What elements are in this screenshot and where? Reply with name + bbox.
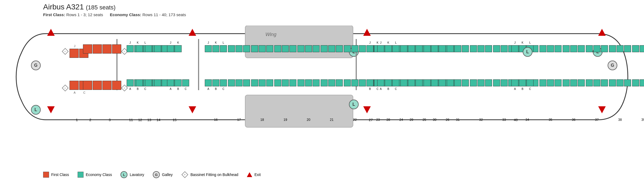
row-11-letters-top: J K L [127, 41, 149, 44]
row-labels-28-39: 28 29 30 31 32 33 34 35 36 37 38 39 [377, 118, 644, 122]
lavatory-top-left: L [31, 105, 41, 115]
legend-exit-label: Exit [254, 173, 261, 177]
economy-class-label: Economy Class: [110, 12, 141, 17]
row-label-13: 13 [146, 118, 153, 122]
plane-outline [13, 26, 633, 128]
economy-section-2-top [377, 45, 644, 52]
legend: First Class Economy Class L Lavatory G G… [43, 171, 261, 178]
legend-first-class: First Class [43, 172, 69, 178]
row-40-bot [511, 79, 534, 86]
seat-2C[interactable] [93, 81, 102, 90]
economy-section-2-bot [377, 79, 644, 86]
seat-3J[interactable] [102, 44, 112, 54]
exit-arrow-top-left-2 [189, 29, 196, 36]
galley-left: G [31, 61, 41, 70]
header: Airbus A321 (185 seats) First Class: Row… [43, 3, 186, 17]
row-40-letters-bot: A B C [511, 87, 534, 90]
seat-3A[interactable] [102, 81, 112, 90]
legend-bassinet: + Bassinet Fitting on Bulkhead [181, 171, 238, 178]
row-3-bot [102, 81, 121, 90]
legend-lavatory-icon: L [120, 171, 127, 178]
row-label-11: 11 [127, 118, 134, 122]
legend-first-class-label: First Class [51, 173, 69, 177]
row-15-bot-letters: A B C [167, 87, 189, 90]
row-label-40: 40 [512, 118, 519, 122]
exit-arrow-bottom-left-1 [47, 106, 55, 113]
row-label-14: 14 [155, 118, 162, 122]
plane-title: Airbus A321 (185 seats) [43, 3, 186, 11]
row-16-letters-top: J K L [205, 41, 227, 44]
lavatory-row40: L [523, 47, 532, 57]
s-16K[interactable] [212, 45, 219, 52]
legend-lavatory-label: Lavatory [130, 173, 144, 177]
legend-exit-icon [247, 172, 252, 177]
lavatory-bot-mid: L [349, 100, 359, 109]
seat-3C[interactable] [112, 81, 121, 90]
row-label-12: 12 [137, 118, 144, 122]
row-15-top [167, 45, 182, 52]
economy-class-info: Rows 11 - 40; 173 seats [143, 12, 186, 17]
legend-lavatory: L Lavatory [120, 171, 144, 178]
svg-rect-1 [245, 95, 353, 127]
legend-exit: Exit [247, 172, 261, 177]
exit-arrow-bottom-right-2 [598, 106, 606, 113]
seat-3L[interactable] [112, 44, 121, 54]
row-label-27: 27 [367, 118, 374, 122]
row-28-letters-bot: A B C [377, 87, 399, 90]
seat-2L[interactable] [93, 44, 102, 54]
bulkhead-2 [198, 39, 199, 90]
legend-first-class-icon [43, 172, 49, 178]
row-15-bot [167, 79, 189, 86]
legend-galley-label: Galley [162, 173, 173, 177]
row-2-top [83, 44, 102, 54]
row-28-letters-top: J K L [377, 41, 399, 44]
row-16-letters-bot: A B C [205, 87, 227, 90]
exit-arrow-top-right-1 [363, 29, 371, 36]
seat-2J[interactable] [83, 44, 92, 54]
row-label-3: 3 [105, 118, 114, 122]
s-16J[interactable] [205, 45, 212, 52]
seat-1J[interactable] [70, 49, 79, 58]
legend-galley-icon: G [153, 171, 160, 178]
seat-2A[interactable] [83, 81, 92, 90]
exit-arrow-bottom-right-1 [363, 106, 371, 113]
row-15-top-letters: J K [167, 41, 182, 44]
legend-economy-label: Economy Class [86, 173, 112, 177]
first-class-label: First Class: [43, 12, 65, 17]
row-3-top [102, 44, 121, 54]
row-label-15: 15 [171, 118, 178, 122]
class-info: First Class: Rows 1 - 3; 12 seats Econom… [43, 12, 186, 17]
exit-arrow-top-right-2 [598, 29, 606, 36]
wing-label: Wing [265, 32, 276, 37]
svg-rect-0 [245, 26, 353, 58]
seat-count: (185 seats) [86, 4, 116, 11]
exit-arrow-top-left-1 [47, 29, 55, 36]
row-11-letters-bot: A B C [127, 87, 149, 90]
seat-11A[interactable] [127, 79, 134, 86]
row-label-1: 1 [72, 118, 81, 122]
legend-economy-class: Economy Class [78, 172, 112, 178]
s-16L[interactable] [220, 45, 227, 52]
galley-right: G [608, 61, 617, 70]
row-2-bot [83, 81, 102, 90]
row-40-letters-top: J K L [511, 41, 534, 44]
seat-11J[interactable] [127, 45, 134, 52]
exit-arrow-bottom-left-2 [189, 106, 196, 113]
first-class-info: Rows 1 - 3; 12 seats [66, 12, 103, 17]
legend-economy-icon [78, 172, 84, 178]
plane-model: Airbus A321 [43, 3, 84, 11]
legend-galley: G Galley [153, 171, 173, 178]
legend-bassinet-label: Bassinet Fitting on Bulkhead [191, 173, 238, 177]
seat-1A[interactable] [70, 81, 79, 90]
row-label-2: 2 [86, 118, 95, 122]
